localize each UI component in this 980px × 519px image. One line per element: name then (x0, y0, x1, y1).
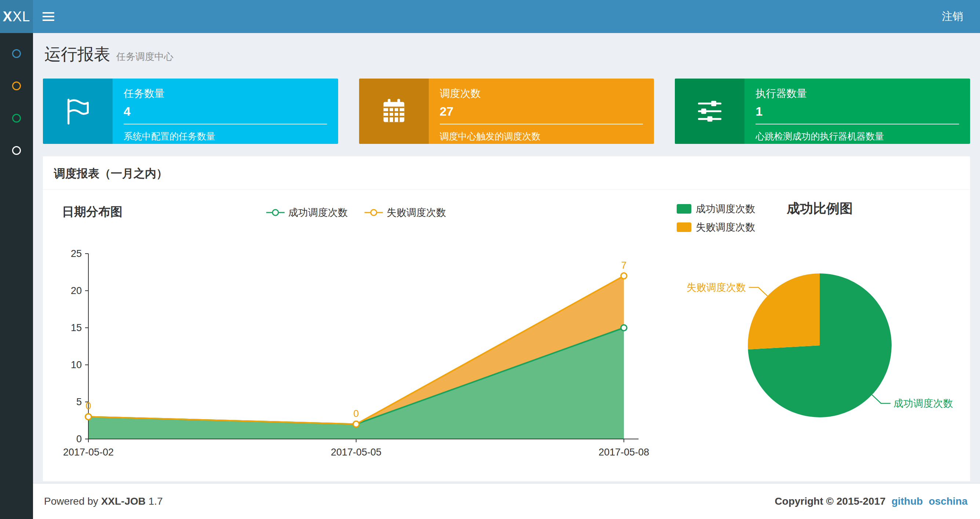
main-content: 运行报表 任务调度中心 任务数量 4 系统中配置的任务数量 (33, 33, 980, 483)
divider (756, 124, 959, 125)
sidebar-item-2[interactable] (0, 70, 33, 102)
navbar-spacer (64, 0, 925, 33)
pie-chart-header: 成功调度次数 失败调度次数 成功比例图 (677, 202, 963, 234)
svg-text:7: 7 (621, 260, 627, 271)
legend-item-fail[interactable]: 失败调度次数 (364, 206, 446, 219)
svg-text:成功调度次数: 成功调度次数 (893, 398, 953, 409)
stat-title: 任务数量 (124, 86, 327, 101)
calendar-icon (359, 78, 429, 144)
legend-label: 失败调度次数 (696, 220, 755, 234)
stat-description: 系统中配置的任务数量 (124, 130, 327, 142)
app-logo-bold: X (3, 9, 13, 25)
stat-card-body: 调度次数 27 调度中心触发的调度次数 (429, 78, 654, 144)
divider (440, 124, 643, 125)
circle-o-icon (12, 81, 21, 90)
sliders-icon (694, 96, 725, 127)
hamburger-icon (43, 16, 54, 17)
legend-item-success[interactable]: 成功调度次数 (677, 202, 755, 216)
svg-text:25: 25 (71, 248, 82, 259)
page-title: 运行报表 (45, 43, 110, 65)
svg-text:0: 0 (76, 433, 82, 444)
logout-link[interactable]: 注销 (925, 0, 980, 33)
page-footer: Powered by XXL-JOB 1.7 Copyright © 2015-… (33, 483, 980, 519)
powered-prefix: Powered by (44, 495, 98, 507)
hamburger-icon (43, 19, 54, 21)
line-chart-legend: 成功调度次数 失败调度次数 (52, 202, 660, 219)
charts-area: 日期分布图 成功调度次数 (43, 190, 970, 481)
stat-value: 4 (124, 104, 327, 118)
oschina-link[interactable]: oschina (929, 495, 967, 507)
svg-text:5: 5 (76, 396, 82, 407)
legend-item-success[interactable]: 成功调度次数 (266, 206, 348, 219)
legend-swatch (677, 222, 691, 232)
area-line-chart: 05101520252017-05-022017-05-052017-05-08… (52, 232, 660, 466)
report-panel: 调度报表（一月之内） 日期分布图 成功调度次数 (43, 156, 970, 481)
flag-icon (62, 96, 93, 127)
circle-o-icon (12, 114, 21, 123)
line-chart-title: 日期分布图 (62, 204, 123, 220)
stat-cards-row: 任务数量 4 系统中配置的任务数量 (43, 78, 970, 144)
flag-icon (43, 78, 113, 144)
panel-title: 调度报表（一月之内） (43, 156, 970, 190)
stat-card-body: 任务数量 4 系统中配置的任务数量 (113, 78, 338, 144)
hamburger-icon (43, 12, 54, 14)
legend-label: 失败调度次数 (387, 206, 446, 219)
svg-text:10: 10 (71, 359, 82, 370)
sidebar (0, 33, 33, 519)
stat-value: 27 (440, 104, 643, 118)
pie-chart: 成功调度次数失败调度次数 (677, 235, 963, 455)
product-name: XXL-JOB (101, 495, 146, 507)
stat-card-body: 执行器数量 1 心跳检测成功的执行器机器数量 (745, 78, 970, 144)
legend-label: 成功调度次数 (288, 206, 348, 219)
line-chart-header: 日期分布图 成功调度次数 (52, 202, 660, 225)
calendar-icon (379, 96, 409, 127)
sidebar-item-4[interactable] (0, 134, 33, 167)
sliders-icon (675, 78, 745, 144)
legend-label: 成功调度次数 (696, 202, 755, 216)
stat-title: 执行器数量 (756, 86, 959, 101)
legend-item-fail[interactable]: 失败调度次数 (677, 220, 755, 234)
powered-by: Powered by XXL-JOB 1.7 (44, 495, 163, 507)
line-legend-marker-icon (266, 209, 285, 217)
stat-card-executor-count: 执行器数量 1 心跳检测成功的执行器机器数量 (675, 78, 970, 144)
stat-card-trigger-count: 调度次数 27 调度中心触发的调度次数 (359, 78, 654, 144)
line-legend-marker-icon (364, 209, 383, 217)
svg-text:失败调度次数: 失败调度次数 (687, 282, 746, 293)
pie-chart-title: 成功比例图 (787, 202, 853, 215)
content-header: 运行报表 任务调度中心 (45, 43, 970, 65)
stat-value: 1 (756, 104, 959, 118)
stat-description: 心跳检测成功的执行器机器数量 (756, 130, 959, 142)
sidebar-item-3[interactable] (0, 102, 33, 134)
sidebar-toggle-button[interactable] (33, 0, 64, 33)
svg-text:0: 0 (353, 408, 359, 419)
date-distribution-chart: 日期分布图 成功调度次数 (52, 197, 660, 466)
svg-text:20: 20 (71, 285, 82, 296)
svg-text:2017-05-02: 2017-05-02 (63, 447, 114, 458)
svg-text:2017-05-08: 2017-05-08 (598, 447, 649, 458)
page-subtitle: 任务调度中心 (116, 50, 173, 63)
success-ratio-chart: 成功调度次数 失败调度次数 成功比例图 成功调度次数失败调度次数 (660, 197, 963, 466)
top-navbar: XXL 注销 (0, 0, 980, 33)
stat-card-job-count: 任务数量 4 系统中配置的任务数量 (43, 78, 338, 144)
legend-swatch (677, 204, 691, 214)
circle-o-icon (12, 49, 21, 58)
svg-text:2017-05-05: 2017-05-05 (331, 447, 382, 458)
product-version: 1.7 (148, 495, 163, 507)
pie-chart-legend: 成功调度次数 失败调度次数 (677, 202, 755, 234)
github-link[interactable]: github (892, 495, 923, 507)
stat-title: 调度次数 (440, 86, 643, 101)
sidebar-item-1[interactable] (0, 37, 33, 70)
svg-text:0: 0 (86, 401, 91, 412)
copyright-text: Copyright © 2015-2017 (775, 495, 885, 507)
app-logo[interactable]: XXL (0, 0, 33, 33)
footer-right: Copyright © 2015-2017 github oschina (775, 495, 967, 507)
stat-description: 调度中心触发的调度次数 (440, 130, 643, 142)
divider (124, 124, 327, 125)
app-logo-rest: XL (13, 9, 30, 25)
svg-text:15: 15 (71, 322, 82, 333)
circle-o-icon (12, 146, 21, 155)
